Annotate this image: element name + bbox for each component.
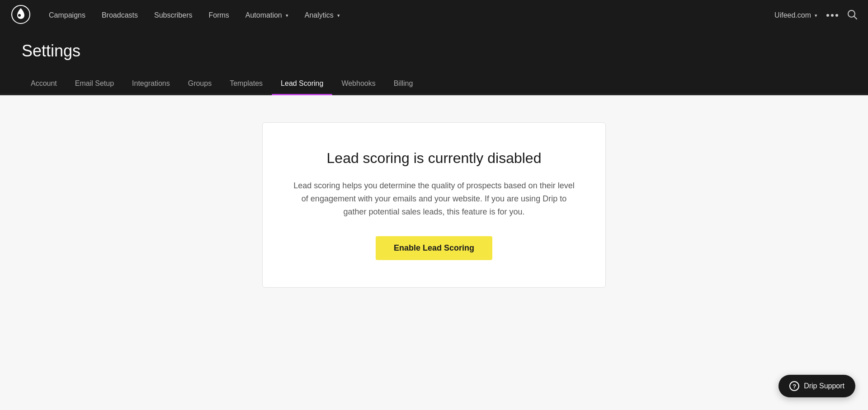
search-button[interactable]	[847, 9, 857, 22]
tab-email-setup[interactable]: Email Setup	[66, 73, 123, 94]
nav-broadcasts[interactable]: Broadcasts	[102, 11, 138, 19]
analytics-chevron-icon: ▾	[337, 13, 340, 19]
nav-links: Campaigns Broadcasts Subscribers Forms A…	[49, 11, 774, 19]
tab-account[interactable]: Account	[22, 73, 66, 94]
svg-line-3	[854, 16, 857, 19]
tab-integrations[interactable]: Integrations	[123, 73, 179, 94]
drip-support-label: Drip Support	[804, 382, 844, 390]
card-description: Lead scoring helps you determine the qua…	[290, 179, 578, 218]
top-navigation: Campaigns Broadcasts Subscribers Forms A…	[0, 0, 868, 31]
page-title: Settings	[22, 42, 846, 73]
enable-lead-scoring-button[interactable]: Enable Lead Scoring	[376, 236, 492, 260]
tab-webhooks[interactable]: Webhooks	[332, 73, 384, 94]
lead-scoring-card: Lead scoring is currently disabled Lead …	[262, 122, 606, 288]
topnav-right: Uifeed.com ▾	[774, 9, 857, 22]
nav-analytics[interactable]: Analytics ▾	[305, 11, 340, 19]
svg-point-2	[848, 10, 855, 17]
account-selector[interactable]: Uifeed.com ▾	[774, 11, 817, 19]
settings-header: Settings	[0, 31, 868, 73]
nav-automation[interactable]: Automation ▾	[245, 11, 288, 19]
settings-tabs-bar: Account Email Setup Integrations Groups …	[0, 73, 868, 95]
drip-support-icon: ?	[789, 381, 799, 391]
automation-chevron-icon: ▾	[286, 13, 288, 19]
svg-point-1	[18, 14, 21, 17]
nav-forms[interactable]: Forms	[208, 11, 229, 19]
card-title: Lead scoring is currently disabled	[327, 150, 542, 167]
account-chevron-icon: ▾	[815, 13, 817, 19]
drip-support-button[interactable]: ? Drip Support	[778, 375, 855, 397]
main-content: Lead scoring is currently disabled Lead …	[0, 95, 868, 410]
tab-templates[interactable]: Templates	[221, 73, 272, 94]
brand-logo[interactable]	[11, 5, 31, 26]
more-options-button[interactable]	[826, 14, 838, 17]
tab-lead-scoring[interactable]: Lead Scoring	[272, 73, 332, 94]
nav-subscribers[interactable]: Subscribers	[154, 11, 192, 19]
tab-groups[interactable]: Groups	[179, 73, 221, 94]
tab-billing[interactable]: Billing	[385, 73, 422, 94]
nav-campaigns[interactable]: Campaigns	[49, 11, 85, 19]
